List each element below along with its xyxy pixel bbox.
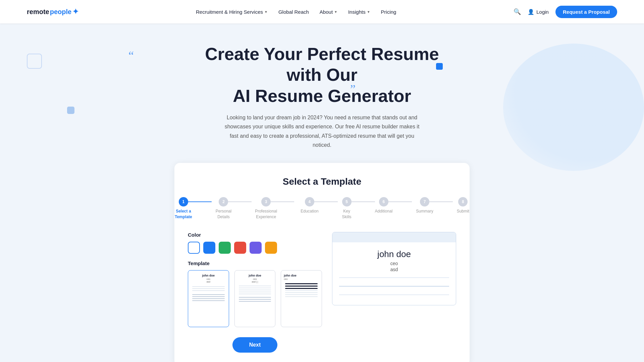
nav-pricing[interactable]: Pricing: [381, 9, 396, 15]
hero-title: Create Your Perfect Resume with Our AI R…: [205, 44, 439, 106]
step-8: 8 Submit: [457, 197, 469, 214]
step-2: 2 PersonalDetails: [216, 197, 231, 220]
preview-pane: john doe ceo asd: [332, 232, 456, 306]
chevron-down-icon: ▼: [264, 10, 268, 14]
chevron-down-icon: ▼: [334, 10, 337, 14]
step-5: 5 Key Skills: [342, 197, 352, 220]
color-swatch-green[interactable]: [219, 242, 231, 254]
step-circle-7[interactable]: 7: [420, 197, 429, 206]
tmpl2-name: john doe: [237, 274, 273, 277]
request-proposal-button[interactable]: Request a Proposal: [555, 6, 617, 18]
nav-insights[interactable]: Insights ▼: [348, 9, 370, 15]
preview-role: ceo: [339, 261, 449, 266]
nav-about[interactable]: About ▼: [320, 9, 337, 15]
card-title: Select a Template: [188, 176, 456, 187]
step-label-3: ProfessionalExperience: [255, 208, 277, 220]
step-label-2: PersonalDetails: [216, 208, 231, 220]
search-button[interactable]: 🔍: [514, 8, 521, 15]
step-label-8: Submit: [457, 208, 469, 214]
preview-header: [332, 232, 456, 242]
color-swatch-red[interactable]: [234, 242, 246, 254]
preview-divider-2: [339, 286, 449, 287]
deco-square-outline: [27, 54, 42, 69]
nav-links: Recruitment & Hiring Services ▼ Global R…: [196, 9, 396, 15]
deco-square-blue: [436, 63, 443, 70]
template-label: Template: [188, 260, 322, 266]
nav-recruitment[interactable]: Recruitment & Hiring Services ▼: [196, 9, 268, 15]
preview-name: john doe: [339, 249, 449, 259]
template-card: Select a Template 1 Select aTemplate 2 P…: [174, 163, 470, 362]
step-circle-1[interactable]: 1: [179, 197, 188, 206]
preview-divider-1: [339, 278, 449, 278]
deco-blob: [503, 44, 644, 171]
tmpl3-name: john doe: [284, 274, 319, 277]
hero-section: “ ” Create Your Perfect Resume with Our …: [0, 23, 644, 163]
template-thumb-3[interactable]: john doe ceo: [281, 270, 322, 327]
color-label: Color: [188, 232, 322, 238]
navbar: remote people ✦ Recruitment & Hiring Ser…: [0, 0, 644, 23]
step-6: 6 Additional: [375, 197, 393, 214]
template-thumb-1[interactable]: john doe ceo asd: [188, 270, 229, 327]
step-label-1: Select aTemplate: [175, 208, 192, 220]
step-circle-6[interactable]: 6: [379, 197, 388, 206]
color-swatch-white[interactable]: [188, 242, 200, 254]
preview-divider-3: [339, 295, 449, 295]
next-row: Next: [188, 337, 322, 353]
logo[interactable]: remote people ✦: [27, 8, 78, 16]
step-4: 4 Education: [301, 197, 318, 214]
quote-mark-left: “: [128, 50, 134, 62]
step-circle-4[interactable]: 4: [305, 197, 314, 206]
step-circle-3[interactable]: 3: [261, 197, 271, 206]
step-label-5: Key Skills: [342, 208, 352, 220]
color-swatch-blue[interactable]: [203, 242, 215, 254]
template-area: Color Template john doe ceo asd: [188, 232, 456, 353]
hero-subtitle: Looking to land your dream job in 2024? …: [221, 113, 423, 149]
tmpl1-role: ceo: [191, 278, 226, 280]
nav-right: 🔍 👤 Login Request a Proposal: [514, 6, 617, 18]
step-3: 3 ProfessionalExperience: [255, 197, 277, 220]
step-label-4: Education: [301, 208, 318, 214]
step-label-6: Additional: [375, 208, 393, 214]
chevron-down-icon: ▼: [367, 10, 370, 14]
preview-body: john doe ceo asd: [332, 242, 456, 305]
step-circle-2[interactable]: 2: [219, 197, 228, 206]
color-swatch-orange[interactable]: [265, 242, 277, 254]
step-label-7: Summary: [416, 208, 433, 214]
tmpl3-role: ceo: [284, 278, 319, 280]
login-button[interactable]: 👤 Login: [528, 9, 549, 15]
tmpl1-name: john doe: [191, 274, 226, 277]
step-1: 1 Select aTemplate: [175, 197, 192, 220]
nav-global[interactable]: Global Reach: [278, 9, 309, 15]
user-icon: 👤: [528, 9, 534, 15]
step-circle-5[interactable]: 5: [342, 197, 352, 206]
next-button[interactable]: Next: [232, 337, 278, 353]
template-thumb-2[interactable]: john doe ceo asd | |: [234, 270, 276, 327]
tmpl2-role: ceo: [237, 278, 273, 280]
template-left: Color Template john doe ceo asd: [188, 232, 322, 353]
tmpl2-sub: asd | |: [237, 281, 273, 283]
tmpl1-sub: asd: [191, 281, 226, 283]
template-right: john doe ceo asd: [332, 232, 456, 353]
stepper: 1 Select aTemplate 2 PersonalDetails 3: [188, 197, 456, 220]
preview-sub: asd: [339, 267, 449, 272]
template-grid: john doe ceo asd john doe: [188, 270, 322, 327]
deco-square-small: [67, 107, 74, 114]
color-swatch-purple[interactable]: [250, 242, 262, 254]
quote-mark-right: ”: [350, 83, 356, 95]
step-circle-8[interactable]: 8: [458, 197, 468, 206]
step-7: 7 Summary: [416, 197, 433, 214]
color-swatches: [188, 242, 322, 254]
